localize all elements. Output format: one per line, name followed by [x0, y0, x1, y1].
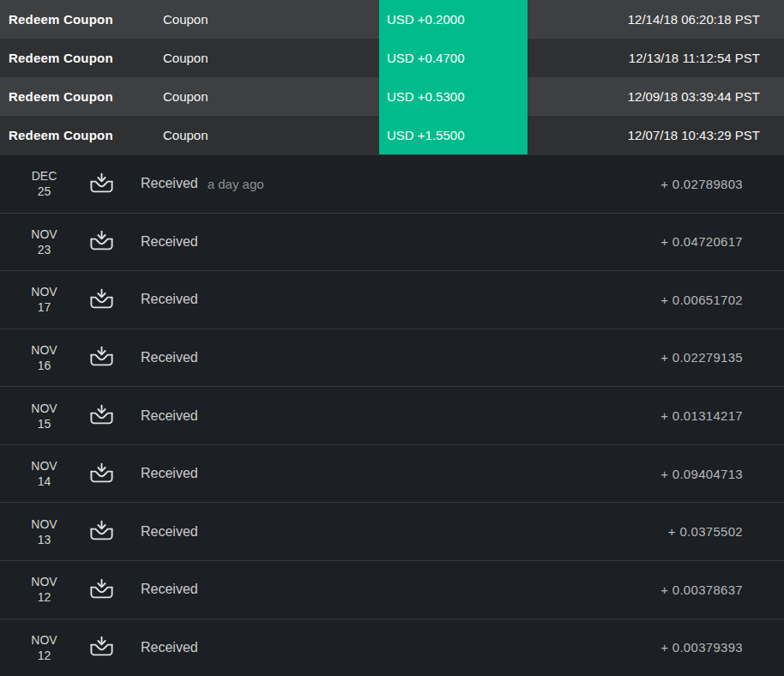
- transaction-day: 23: [0, 242, 88, 257]
- transaction-day: 16: [0, 358, 88, 373]
- receive-icon: [88, 171, 115, 197]
- coupon-type-label: Coupon: [163, 12, 379, 27]
- coupon-action-label: Redeem Coupon: [0, 12, 163, 27]
- transaction-type-label: Received: [141, 640, 198, 655]
- transaction-month: DEC: [0, 168, 88, 184]
- transaction-amount: + 0.02279135: [660, 350, 784, 365]
- transaction-month: NOV: [0, 516, 88, 532]
- transaction-date: NOV 14: [0, 458, 88, 489]
- transaction-amount: + 0.0375502: [668, 524, 784, 539]
- coupon-amount-cell: USD +0.5300: [379, 77, 528, 116]
- transaction-date: NOV 15: [0, 401, 88, 432]
- transaction-row[interactable]: NOV 12 Received + 0.00379393: [0, 619, 784, 676]
- transaction-month: NOV: [0, 632, 88, 648]
- transaction-date: NOV 16: [0, 342, 88, 373]
- transaction-list: DEC 25 Received a day ago + 0.02789803 N…: [0, 154, 784, 676]
- coupon-amount-text: USD +0.2000: [387, 12, 464, 27]
- coupon-timestamp: 12/09/18 03:39:44 PST: [528, 89, 784, 104]
- transaction-amount: + 0.02789803: [660, 177, 784, 191]
- transaction-amount: + 0.00651702: [660, 293, 784, 307]
- transaction-month: NOV: [0, 574, 88, 589]
- transaction-date: NOV 12: [0, 574, 88, 605]
- coupon-row[interactable]: Redeem Coupon Coupon USD +0.2000 12/14/1…: [0, 0, 784, 39]
- receive-icon: [88, 228, 115, 255]
- transaction-relative-time: a day ago: [208, 177, 264, 191]
- transaction-month: NOV: [0, 226, 88, 242]
- transaction-date: NOV 17: [0, 284, 88, 315]
- transaction-row[interactable]: NOV 13 Received + 0.0375502: [0, 502, 784, 560]
- receive-icon: [88, 287, 115, 313]
- transaction-amount: + 0.04720617: [660, 234, 784, 249]
- transaction-type-label: Received: [141, 350, 198, 365]
- receive-icon: [88, 461, 115, 487]
- receive-icon: [88, 576, 115, 603]
- transaction-type-label: Received: [141, 292, 198, 307]
- transaction-month: NOV: [0, 342, 88, 358]
- receive-icon: [88, 344, 115, 371]
- transaction-row[interactable]: NOV 14 Received + 0.09404713: [0, 444, 784, 503]
- coupon-action-label: Redeem Coupon: [0, 89, 163, 104]
- transaction-date: NOV 12: [0, 632, 88, 663]
- coupon-amount-text: USD +1.5500: [387, 128, 464, 142]
- coupon-amount-cell: USD +0.2000: [379, 0, 528, 39]
- receive-icon: [88, 518, 115, 545]
- coupon-action-label: Redeem Coupon: [0, 128, 163, 142]
- transaction-date: NOV 23: [0, 226, 88, 257]
- transaction-day: 25: [0, 184, 88, 199]
- transaction-row[interactable]: NOV 16 Received + 0.02279135: [0, 329, 784, 387]
- transaction-day: 13: [0, 532, 88, 547]
- coupon-type-label: Coupon: [163, 89, 379, 104]
- transaction-amount: + 0.00379393: [660, 640, 784, 655]
- transaction-type-label: Received: [141, 524, 198, 540]
- transaction-day: 12: [0, 648, 88, 663]
- coupon-amount-text: USD +0.4700: [387, 51, 464, 65]
- transaction-amount: + 0.00378637: [660, 582, 784, 597]
- coupon-timestamp: 12/14/18 06:20:18 PST: [528, 12, 784, 27]
- transaction-type-label: Received: [141, 234, 198, 250]
- transaction-type-label: Received: [141, 176, 198, 191]
- coupon-type-label: Coupon: [163, 51, 379, 65]
- coupon-type-label: Coupon: [163, 128, 379, 142]
- transaction-month: NOV: [0, 284, 88, 299]
- transaction-row[interactable]: NOV 12 Received + 0.00378637: [0, 560, 784, 619]
- transaction-row[interactable]: DEC 25 Received a day ago + 0.02789803: [0, 155, 784, 213]
- transaction-type-label: Received: [141, 466, 198, 481]
- transaction-amount: + 0.01314217: [660, 408, 784, 423]
- transaction-type-label: Received: [141, 582, 198, 597]
- receive-icon: [88, 634, 115, 661]
- coupon-amount-text: USD +0.5300: [387, 89, 464, 104]
- coupon-row[interactable]: Redeem Coupon Coupon USD +0.4700 12/13/1…: [0, 39, 784, 77]
- transaction-date: NOV 13: [0, 516, 88, 547]
- transaction-row[interactable]: NOV 17 Received + 0.00651702: [0, 270, 784, 329]
- coupon-timestamp: 12/07/18 10:43:29 PST: [528, 128, 784, 142]
- coupon-timestamp: 12/13/18 11:12:54 PST: [528, 51, 784, 65]
- transaction-day: 15: [0, 416, 88, 432]
- transaction-month: NOV: [0, 401, 88, 416]
- transaction-type-label: Received: [141, 408, 198, 424]
- coupon-action-label: Redeem Coupon: [0, 51, 163, 65]
- transaction-amount: + 0.09404713: [660, 467, 784, 481]
- transaction-day: 17: [0, 299, 88, 315]
- coupon-row[interactable]: Redeem Coupon Coupon USD +0.5300 12/09/1…: [0, 77, 784, 116]
- receive-icon: [88, 402, 115, 429]
- transaction-row[interactable]: NOV 23 Received + 0.04720617: [0, 213, 784, 271]
- transaction-row[interactable]: NOV 15 Received + 0.01314217: [0, 386, 784, 444]
- coupon-amount-cell: USD +1.5500: [379, 116, 528, 154]
- coupon-history-table: Redeem Coupon Coupon USD +0.2000 12/14/1…: [0, 0, 784, 154]
- coupon-row[interactable]: Redeem Coupon Coupon USD +1.5500 12/07/1…: [0, 116, 784, 154]
- transaction-date: DEC 25: [0, 168, 88, 199]
- coupon-amount-cell: USD +0.4700: [379, 39, 528, 77]
- transaction-month: NOV: [0, 458, 88, 474]
- transaction-day: 12: [0, 589, 88, 605]
- transaction-day: 14: [0, 474, 88, 489]
